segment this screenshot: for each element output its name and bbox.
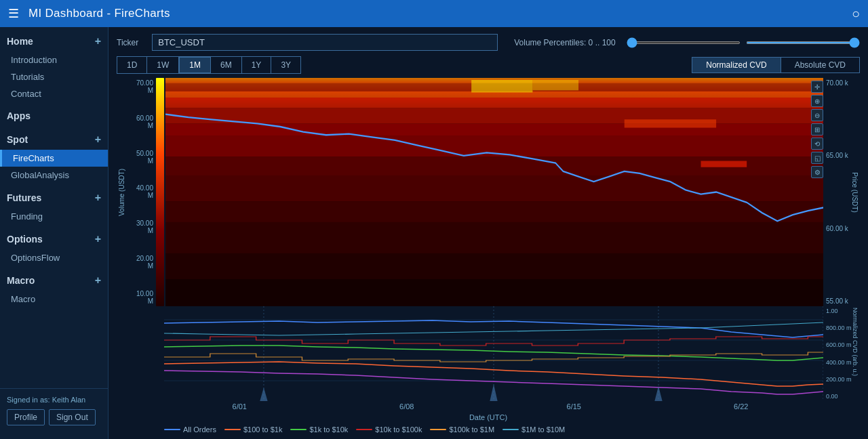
macro-expand-icon[interactable]: + (95, 274, 101, 287)
futures-expand-icon[interactable]: + (95, 192, 101, 204)
toolbar-zoom-out-icon[interactable]: ⊖ (811, 109, 823, 121)
profile-button[interactable]: Profile (7, 409, 45, 425)
legend-line-1m-10m (502, 429, 519, 430)
controls-row: 1D 1W 1M 6M 1Y 3Y Normalized CVD Absolut… (117, 56, 860, 74)
spot-section: Spot + (0, 125, 108, 150)
apps-label: Apps (7, 110, 31, 121)
svg-rect-14 (165, 253, 823, 279)
toolbar-reset-icon[interactable]: ⟲ (811, 138, 823, 150)
legend-line-100-1k (224, 429, 241, 430)
svg-rect-12 (165, 201, 823, 222)
x-label-601: 6/01 (233, 402, 247, 411)
time-btn-3y[interactable]: 3Y (271, 57, 301, 73)
colorbar (156, 78, 164, 306)
home-expand-icon[interactable]: + (95, 35, 101, 47)
x-label-622: 6/22 (734, 402, 748, 411)
sidebar-item-macro[interactable]: Macro (0, 291, 108, 308)
heatmap-chart (165, 78, 823, 306)
cvd-btn-normalized[interactable]: Normalized CVD (692, 58, 781, 72)
legend-line-all-orders (164, 429, 180, 430)
legend-100k-1m: $100k to $1M (430, 425, 494, 434)
heatmap-wrapper: Volume (USDT) 70.00 M 60.00 M 50.00 M 40… (117, 78, 860, 306)
options-section: Options + (0, 225, 108, 249)
legend-100-1k: $100 to $1k (224, 425, 283, 434)
futures-label: Futures (7, 192, 41, 203)
toolbar-crosshair-icon[interactable]: ✛ (811, 81, 823, 93)
menu-icon[interactable]: ☰ (8, 6, 19, 21)
svg-rect-7 (165, 108, 823, 123)
sidebar-item-funding[interactable]: Funding (0, 208, 108, 225)
volume-slider-max[interactable] (746, 41, 860, 44)
charts-container: Volume (USDT) 70.00 M 60.00 M 50.00 M 40… (117, 78, 860, 434)
futures-section: Futures + (0, 184, 108, 208)
options-label: Options (7, 234, 43, 245)
toolbar-settings-icon[interactable]: ⚙ (811, 166, 823, 178)
legend-10k-100k: $10k to $100k (356, 425, 422, 434)
y-label-cvd: Normalized CVD (arb. u.) (852, 308, 859, 376)
legend-1m-10m: $1M to $10M (502, 425, 565, 434)
svg-rect-8 (165, 123, 823, 135)
main-content: Ticker Volume Percentiles: 0 .. 100 1D 1… (108, 27, 868, 439)
x-axis-label: Date (UTC) (469, 412, 507, 423)
svg-rect-13 (165, 222, 823, 253)
y-label-price: Price (USDT) (851, 172, 859, 212)
volume-slider-container (627, 41, 860, 44)
cvd-y-axis-right: 1.00 800.00 m 600.00 m 400.00 m 200.00 m… (823, 306, 860, 401)
legend-line-10k-100k (356, 429, 372, 430)
y-label-volume: Volume (USDT) (118, 168, 125, 215)
spot-expand-icon[interactable]: + (95, 133, 101, 146)
body: Home + Introduction Tutorials Contact Ap… (0, 27, 868, 439)
time-btn-1w[interactable]: 1W (147, 57, 179, 73)
time-btn-1y[interactable]: 1Y (242, 57, 272, 73)
legend-label-1m-10m: $1M to $10M (521, 425, 565, 434)
ticker-label: Ticker (117, 38, 138, 47)
macro-section: Macro + (0, 266, 108, 291)
svg-rect-6 (165, 98, 823, 108)
footer-buttons: Profile Sign Out (7, 409, 101, 425)
time-buttons: 1D 1W 1M 6M 1Y 3Y (117, 56, 301, 74)
macro-label: Macro (7, 275, 35, 286)
legend-label-1k-10k: $1k to $10k (309, 425, 348, 434)
sidebar-footer: Signed in as: Keith Alan Profile Sign Ou… (0, 388, 108, 432)
sidebar-item-introduction[interactable]: Introduction (0, 51, 108, 68)
ticker-input[interactable] (152, 34, 498, 51)
toolbar-pan-icon[interactable]: ⊞ (811, 123, 823, 135)
cvd-y-axis-left (117, 306, 156, 401)
search-icon[interactable]: ○ (852, 6, 860, 22)
time-btn-6m[interactable]: 6M (211, 57, 242, 73)
legend-line-1k-10k (290, 429, 307, 430)
sidebar-item-contact[interactable]: Contact (0, 85, 108, 102)
toolbar-zoom-in-icon[interactable]: ⊕ (811, 95, 823, 107)
cvd-svg (164, 306, 823, 401)
sidebar: Home + Introduction Tutorials Contact Ap… (0, 27, 108, 439)
legend-label-100k-1m: $100k to $1M (449, 425, 494, 434)
svg-rect-11 (165, 175, 823, 201)
apps-section: Apps (0, 102, 108, 125)
cvd-btn-absolute[interactable]: Absolute CVD (781, 58, 859, 72)
legend-1k-10k: $1k to $10k (290, 425, 348, 434)
legend-label-all-orders: All Orders (183, 425, 216, 434)
heatmap-svg (165, 78, 823, 306)
cvd-buttons: Normalized CVD Absolute CVD (692, 57, 860, 73)
sidebar-item-globalanalysis[interactable]: GlobalAnalysis (0, 167, 108, 184)
time-btn-1d[interactable]: 1D (117, 57, 147, 73)
ticker-row: Ticker Volume Percentiles: 0 .. 100 (117, 34, 860, 51)
sidebar-item-tutorials[interactable]: Tutorials (0, 68, 108, 85)
home-section: Home + (0, 27, 108, 51)
sidebar-item-firecharts[interactable]: FireCharts (0, 150, 108, 167)
svg-rect-17 (532, 80, 578, 90)
signout-button[interactable]: Sign Out (49, 409, 96, 425)
time-btn-1m[interactable]: 1M (179, 57, 211, 73)
toolbar-screenshot-icon[interactable]: ◱ (811, 152, 823, 164)
sidebar-item-optionsflow[interactable]: OptionsFlow (0, 249, 108, 266)
svg-rect-15 (165, 279, 823, 306)
legend-all-orders: All Orders (164, 425, 216, 434)
volume-slider-min[interactable] (627, 41, 741, 44)
cvd-chart (164, 306, 823, 401)
options-expand-icon[interactable]: + (95, 233, 101, 245)
spot-label: Spot (7, 134, 28, 145)
legend-line-100k-1m (430, 429, 446, 430)
app-header: ☰ MI Dashboard - FireCharts ○ (0, 0, 868, 27)
cvd-chart-wrapper: 1.00 800.00 m 600.00 m 400.00 m 200.00 m… (117, 306, 860, 401)
legend-label-100-1k: $100 to $1k (243, 425, 283, 434)
